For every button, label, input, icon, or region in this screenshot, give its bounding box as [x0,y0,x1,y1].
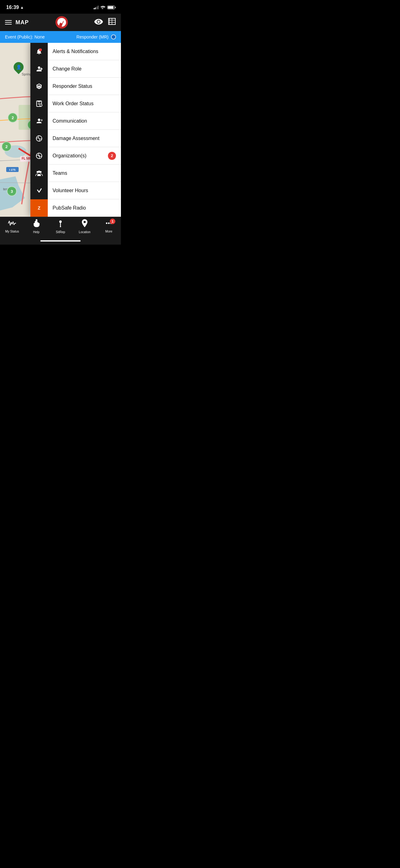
pubsafe-radio-icon-box: Z [30,199,48,217]
svg-text:Z: Z [37,206,40,211]
teams-icon-box [30,164,48,182]
menu-item-alerts[interactable]: Alerts & Notifications [30,43,121,60]
damage-assessment-icon-box [30,130,48,147]
menu-item-pubsafe-radio[interactable]: Z PubSafe Radio [30,199,121,217]
svg-point-12 [39,48,42,51]
teams-label: Teams [48,170,121,176]
menu-item-damage-assessment[interactable]: Damage Assessment [30,130,121,147]
waveform-icon [8,220,16,228]
responder-status-dot [111,34,116,39]
cluster-2c: 2 [2,142,11,152]
nav-left: MAP [5,19,29,26]
menu-item-communication[interactable]: Communication [30,113,121,130]
communication-icon-box [30,113,48,130]
svg-point-32 [108,223,110,224]
menu-item-responder-status[interactable]: Responder Status [30,78,121,95]
globe-damage-icon [35,134,43,143]
svg-point-14 [38,85,40,87]
bottom-nav-sitrep[interactable]: SitRep [48,219,72,234]
change-role-icon-box [30,60,48,78]
bottom-nav-more[interactable]: More 1 [97,220,121,233]
menu-item-change-role[interactable]: Change Role [30,60,121,78]
responder-label: Responder (MR) [76,34,108,39]
svg-point-28 [59,220,62,223]
hamburger-menu-button[interactable] [5,20,12,25]
map-view[interactable]: I 275 Spring Hill Lutz Tampa FL 589 Toll… [0,43,121,217]
change-role-label: Change Role [48,66,121,72]
event-label: Event (Public): None [5,34,45,39]
bottom-nav-my-status[interactable]: My Status [0,220,24,233]
bottom-nav: My Status Help SitRep Location [0,217,121,239]
my-status-label: My Status [5,230,19,233]
volunteer-hours-label: Volunteer Hours [48,188,121,193]
people-icon [35,169,43,178]
more-label: More [105,230,112,233]
volunteer-hours-icon-box [30,182,48,199]
status-right [94,5,115,10]
location-icon [81,219,88,229]
communication-label: Communication [48,118,121,124]
svg-point-25 [38,170,40,173]
location-arrow-icon: ▲ [20,5,24,10]
menu-item-work-order[interactable]: ✓ Work Order Status [30,95,121,113]
signal-icon [94,6,99,9]
person-change-icon [35,65,43,73]
asterisk-icon [35,82,43,91]
status-left: 16:39 ▲ [6,5,24,10]
organizations-label: Organization(s) [48,153,108,159]
svg-text:I 275: I 275 [9,168,15,172]
alerts-label: Alerts & Notifications [48,49,121,54]
svg-point-22 [38,155,40,156]
svg-point-31 [106,223,108,224]
person-pin-1: 👤 [13,61,24,73]
globe-org-icon [35,152,43,160]
clipboard-icon: ✓ [35,99,43,108]
app-logo [55,16,69,29]
more-badge: 1 [110,219,115,224]
menu-item-organizations[interactable]: Organization(s) 2 [30,147,121,164]
page-title: MAP [15,19,29,26]
hand-icon [33,219,40,229]
time-display: 16:39 [6,5,19,10]
bottom-nav-location[interactable]: Location [72,219,97,234]
svg-point-1 [61,22,63,23]
work-order-icon-box: ✓ [30,95,48,113]
zello-icon: Z [35,204,43,212]
svg-point-29 [60,226,61,227]
event-bar: Event (Public): None Responder (MR) [0,31,121,43]
organizations-icon-box [30,147,48,164]
svg-point-30 [84,221,86,223]
responder-status-icon-box [30,78,48,95]
home-indicator [0,239,121,245]
responder-status-label: Responder Status [48,84,121,89]
battery-icon [107,6,115,9]
nav-icons [94,18,116,27]
event-bar-right: Responder (MR) [76,34,116,39]
cluster-2a: 2 [8,113,18,123]
cluster-3: 3 [7,186,17,196]
sitrep-label: SitRep [56,230,65,234]
status-bar: 16:39 ▲ [0,0,121,14]
menu-item-teams[interactable]: Teams [30,164,121,182]
home-indicator-bar [40,240,80,242]
eye-icon[interactable] [94,18,103,26]
menu-item-volunteer-hours[interactable]: Volunteer Hours [30,182,121,199]
work-order-label: Work Order Status [48,101,121,106]
location-label: Location [79,230,91,234]
bell-icon [35,47,43,56]
organizations-badge: 2 [108,152,116,160]
nav-bar: MAP [0,14,121,31]
damage-assessment-label: Damage Assessment [48,136,121,141]
pubsafe-radio-label: PubSafe Radio [48,205,121,211]
alerts-icon-box [30,43,48,60]
person-wave-icon [35,117,43,125]
wifi-icon [100,5,105,10]
svg-text:✓: ✓ [40,104,42,106]
help-label: Help [33,230,40,234]
sitrep-icon [57,219,64,229]
dropdown-menu: Alerts & Notifications Change Role [30,43,121,217]
map-layers-icon[interactable] [108,18,116,27]
bottom-nav-help[interactable]: Help [24,219,48,234]
checkmark-icon [35,186,43,195]
